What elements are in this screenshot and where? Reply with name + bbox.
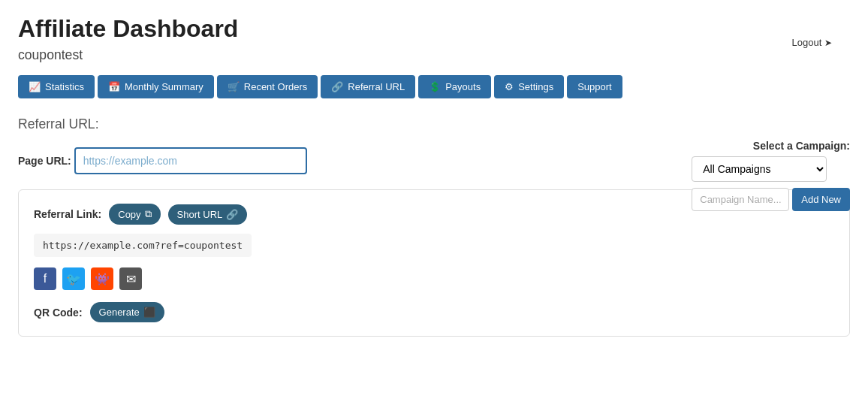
tab-monthly-summary-label: Monthly Summary [125,81,203,92]
logout-icon: ➤ [824,38,832,48]
qr-row: QR Code: Generate ⬛ [34,302,834,322]
copy-button[interactable]: Copy ⧉ [109,204,160,225]
referral-section-title: Referral URL: [18,116,850,132]
calendar-icon: 📅 [108,81,120,92]
link-icon: 🔗 [331,81,343,92]
referral-link-label: Referral Link: [34,208,101,220]
short-url-button[interactable]: Short URL 🔗 [168,204,248,225]
tab-recent-orders-label: Recent Orders [244,81,308,92]
chain-icon: 🔗 [226,209,238,220]
tab-monthly-summary[interactable]: 📅 Monthly Summary [98,75,214,98]
social-icons: f 🐦 👾 ✉ [34,267,834,290]
facebook-icon[interactable]: f [34,267,56,290]
page-url-section: Page URL: Select a Campaign: All Campaig… [18,147,850,174]
tab-referral-url-label: Referral URL [348,81,405,92]
qr-label: QR Code: [34,307,83,319]
add-new-label: Add New [801,194,841,205]
short-url-label: Short URL [177,209,223,220]
dollar-icon: 💲 [429,81,441,92]
campaign-name-input[interactable] [692,188,789,211]
campaign-area: Select a Campaign: All Campaigns Add New [692,140,850,211]
campaign-new-row: Add New [692,188,850,211]
logout-link[interactable]: Logout ➤ [792,37,832,48]
reddit-icon[interactable]: 👾 [91,267,113,290]
qr-icon: ⬛ [143,307,155,318]
tab-support[interactable]: Support [567,75,622,98]
gear-icon: ⚙ [505,81,514,92]
generate-button[interactable]: Generate ⬛ [90,302,164,322]
tab-payouts[interactable]: 💲 Payouts [418,75,491,98]
tab-support-label: Support [577,81,612,92]
username-display: coupontest [18,47,850,63]
tab-statistics[interactable]: 📈 Statistics [18,75,95,98]
generate-label: Generate [99,307,140,318]
tab-settings-label: Settings [518,81,553,92]
tab-settings[interactable]: ⚙ Settings [494,75,564,98]
referral-url-display: https://example.com?ref=coupontest [34,234,252,257]
nav-tabs: 📈 Statistics 📅 Monthly Summary 🛒 Recent … [18,75,850,98]
copy-icon: ⧉ [145,208,152,220]
campaign-select-label: Select a Campaign: [692,140,850,152]
tab-recent-orders[interactable]: 🛒 Recent Orders [217,75,318,98]
chart-icon: 📈 [29,81,41,92]
cart-icon: 🛒 [228,81,240,92]
tab-payouts-label: Payouts [445,81,481,92]
twitter-icon[interactable]: 🐦 [62,267,85,290]
page-url-label: Page URL: [18,155,71,167]
tab-statistics-label: Statistics [45,81,84,92]
campaign-select[interactable]: All Campaigns [692,156,827,182]
page-url-input[interactable] [74,147,307,174]
add-new-button[interactable]: Add New [792,188,850,211]
page-title: Affiliate Dashboard [18,15,850,43]
email-icon[interactable]: ✉ [119,267,142,290]
logout-label: Logout [792,37,822,48]
tab-referral-url[interactable]: 🔗 Referral URL [321,75,415,98]
referral-card: Referral Link: Copy ⧉ Short URL 🔗 https:… [18,189,850,337]
copy-label: Copy [118,209,140,220]
